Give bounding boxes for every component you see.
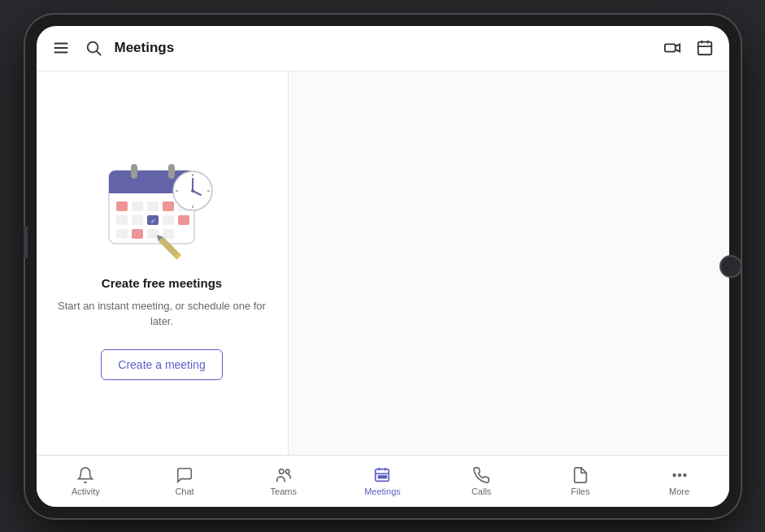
svg-rect-43	[376, 469, 389, 481]
svg-rect-27	[132, 229, 143, 239]
svg-rect-16	[132, 201, 143, 211]
svg-rect-5	[664, 44, 675, 51]
nav-item-teams[interactable]: Teams	[255, 461, 312, 501]
top-bar: Meetings	[37, 26, 729, 71]
svg-rect-17	[147, 201, 159, 211]
nav-label-files: Files	[571, 487, 589, 496]
svg-rect-48	[382, 475, 385, 478]
meetings-icon	[373, 466, 391, 484]
chat-icon	[176, 466, 193, 484]
svg-rect-29	[163, 229, 174, 239]
svg-point-3	[87, 42, 98, 53]
nav-label-meetings: Meetings	[364, 487, 401, 496]
svg-rect-20	[116, 215, 128, 225]
svg-rect-28	[147, 229, 159, 239]
svg-rect-24	[163, 215, 174, 225]
svg-rect-15	[116, 201, 128, 211]
nav-item-more[interactable]: More	[651, 461, 708, 501]
nav-item-meetings[interactable]: Meetings	[354, 461, 411, 501]
nav-label-activity: Activity	[72, 487, 100, 496]
files-icon	[572, 466, 589, 484]
nav-item-calls[interactable]: Calls	[453, 461, 510, 501]
svg-point-42	[285, 469, 289, 474]
svg-rect-21	[132, 215, 143, 225]
right-panel	[289, 71, 729, 455]
nav-label-teams: Teams	[271, 487, 297, 496]
screen: Meetings	[37, 26, 729, 507]
svg-rect-14	[168, 164, 175, 179]
create-free-meetings-sub: Start an instant meeting, or schedule on…	[53, 298, 272, 330]
nav-item-chat[interactable]: Chat	[156, 461, 213, 501]
search-icon[interactable]	[82, 37, 105, 59]
nav-item-files[interactable]: Files	[552, 461, 609, 501]
video-icon[interactable]	[661, 37, 684, 59]
svg-rect-25	[178, 215, 189, 225]
bottom-nav: Activity Chat Teams	[37, 455, 729, 507]
svg-rect-47	[379, 475, 381, 478]
svg-rect-18	[163, 201, 174, 211]
teams-icon	[275, 466, 293, 484]
svg-point-51	[678, 474, 680, 476]
calendar-icon[interactable]	[693, 37, 716, 59]
svg-line-4	[97, 51, 101, 55]
calls-icon	[472, 466, 490, 484]
side-button	[24, 226, 28, 258]
nav-item-activity[interactable]: Activity	[57, 461, 114, 501]
svg-text:✓: ✓	[150, 218, 156, 225]
device-frame: Meetings	[25, 15, 741, 518]
home-button[interactable]	[719, 255, 742, 278]
bell-icon	[76, 466, 94, 484]
left-panel: ✓	[37, 71, 289, 455]
more-icon	[671, 466, 689, 484]
svg-rect-6	[698, 42, 711, 55]
svg-point-41	[279, 469, 284, 474]
svg-point-52	[684, 474, 686, 476]
nav-label-chat: Chat	[175, 487, 193, 496]
meetings-illustration: ✓	[97, 146, 227, 260]
create-free-meetings-title: Create free meetings	[102, 276, 222, 290]
svg-rect-26	[116, 229, 128, 239]
nav-label-calls: Calls	[472, 487, 491, 496]
svg-point-50	[673, 474, 676, 476]
main-area: ✓	[37, 71, 729, 455]
menu-icon[interactable]	[50, 37, 72, 59]
create-meeting-button[interactable]: Create a meeting	[101, 349, 222, 380]
page-title: Meetings	[115, 40, 175, 56]
nav-label-more: More	[669, 487, 689, 496]
svg-rect-49	[385, 475, 387, 478]
svg-rect-13	[131, 164, 137, 179]
